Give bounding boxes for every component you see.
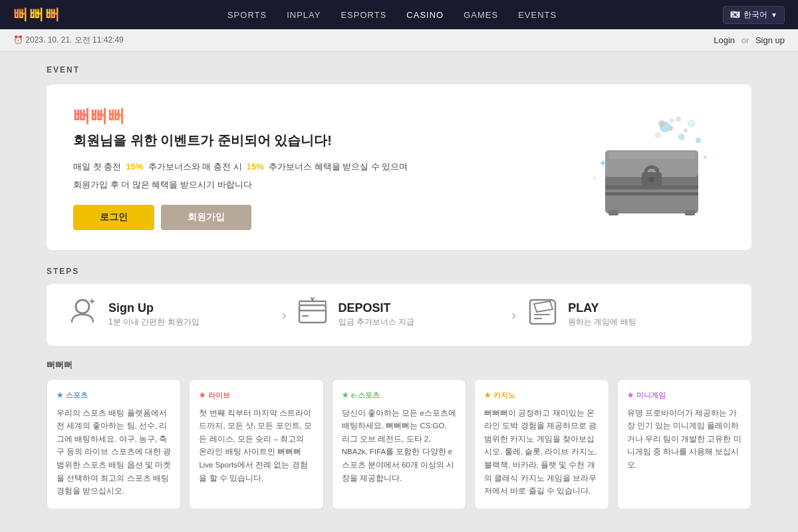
star-casino-icon: ★ [484,391,491,400]
promo-card-esports: ★ e-스포츠 당신이 좋아하는 모든 e스포츠에 배팅하세요. 뻐뻐뻐는 CS… [332,379,466,509]
svg-rect-18 [605,192,698,196]
event-title: 회원님을 위한 이벤트가 준비되어 있습니다! [73,132,579,150]
star-minigame-icon: ★ [627,391,634,400]
event-buttons: 로그인 회원가입 [73,205,579,230]
svg-rect-17 [605,186,698,189]
svg-point-8 [658,120,665,127]
svg-rect-20 [685,210,695,215]
star-live-icon: ★ [199,391,205,400]
step-signup-sub: 1분 이내 간편한 회원가입 [108,317,200,328]
language-button[interactable]: 🇰🇷 한국어 ▼ [723,6,785,24]
play-icon [526,296,558,334]
card-tag-live: ★ 라이브 [199,390,313,400]
event-banner: 뻐뻐뻐 회원님을 위한 이벤트가 준비되어 있습니다! 매일 첫 충전 15% … [47,84,751,250]
svg-rect-19 [608,210,618,215]
treasure-chest-icon: ✦ ✦ ✦ [585,114,718,220]
nav-casino[interactable]: CASINO [406,10,444,20]
step-play: PLAY 원하는 게임에 배팅 [526,296,732,334]
step-deposit-title: DEPOSIT [338,301,415,315]
svg-rect-5 [654,132,661,138]
card-text-sports: 우리의 스포츠 배팅 플랫폼에서 전 세계의 좋아하는 팀, 선수, 리그에 배… [57,407,171,498]
event-section-label: EVENT [47,65,751,74]
step-play-text: PLAY 원하는 게임에 배팅 [568,301,636,328]
svg-text:✦: ✦ [702,153,708,162]
step-signup-text: Sign Up 1분 이내 간편한 회원가입 [108,301,200,328]
header-right: 🇰🇷 한국어 ▼ [723,6,785,24]
svg-rect-7 [683,128,688,133]
card-tag-esports: ★ e-스포츠 [342,390,456,400]
step-deposit-text: DEPOSIT 입금 추가보너스 지급 [338,301,415,328]
card-text-esports: 당신이 좋아하는 모든 e스포츠에 배팅하세요. 뻐뻐뻐는 CS:GO, 리그 … [342,407,456,485]
svg-rect-28 [299,305,326,323]
star-sports-icon: ★ [57,391,63,400]
step-deposit: DEPOSIT 입금 추가보너스 지급 [297,296,502,334]
promo-card-live: ★ 라이브 첫 번째 킥부터 마지막 스트라이드까지, 모든 샷, 모든 포인트… [189,379,323,509]
header-nav: SPORTS INPLAY ESPORTS CASINO GAMES EVENT… [227,10,557,20]
event-content: 뻐뻐뻐 회원님을 위한 이벤트가 준비되어 있습니다! 매일 첫 충전 15% … [73,104,579,230]
step-play-title: PLAY [568,301,636,315]
step-signup: Sign Up 1분 이내 간편한 회원가입 [66,296,272,334]
login-button[interactable]: 로그인 [73,205,154,230]
event-desc-line2: 회원가입 후 더 많은 혜택을 받으시기 바랍니다 [73,177,579,192]
login-link[interactable]: Login [714,35,735,45]
event-logo: 뻐뻐뻐 [73,104,579,128]
header-logo: 뻐뻐뻐 [13,5,61,25]
svg-text:✦: ✦ [598,158,607,169]
promo-card-casino: ★ 카지노 뻐뻐뻐이 긍정하고 재미있는 온라인 도박 경험을 제공하므로 광범… [474,379,608,509]
svg-point-1 [678,134,685,140]
svg-point-4 [670,118,674,122]
promo-card-minigame: ★ 미니게임 유명 프로바이더가 제공하는 가장 인기 있는 미니게임 플레이하… [617,379,751,509]
event-desc-line1: 매일 첫 충전 15% 추가보너스와 매 충전 시 15% 추가보너스 혜택을 … [73,159,579,174]
event-image: ✦ ✦ ✦ [579,114,725,220]
card-tag-minigame: ★ 미니게임 [627,390,741,400]
svg-point-16 [649,177,654,182]
steps-section-label: STEPS [47,267,751,276]
header: 뻐뻐뻐 SPORTS INPLAY ESPORTS CASINO GAMES E… [0,0,798,29]
svg-rect-13 [608,152,695,159]
main-content: EVENT 뻐뻐뻐 회원님을 위한 이벤트가 준비되어 있습니다! 매일 첫 충… [33,52,765,532]
svg-point-2 [688,120,696,128]
signup-icon [66,296,98,334]
nav-esports[interactable]: ESPORTS [340,10,386,20]
card-text-minigame: 유명 프로바이더가 제공하는 가장 인기 있는 미니게임 플레이하거나 우리 팀… [627,407,741,472]
nav-games[interactable]: GAMES [464,10,498,20]
step-arrow-1: › [272,307,297,323]
language-label: 한국어 [743,9,767,21]
auth-area: Login or Sign up [714,35,785,45]
chevron-down-icon: ▼ [771,11,777,19]
svg-point-9 [676,116,681,122]
signup-link[interactable]: Sign up [755,35,785,45]
auth-separator: or [741,35,749,45]
promo-grid: ★ 스포츠 우리의 스포츠 배팅 플랫폼에서 전 세계의 좋아하는 팀, 선수,… [47,379,751,509]
deposit-icon [297,296,329,334]
step-arrow-2: › [501,307,526,323]
promo-card-sports: ★ 스포츠 우리의 스포츠 배팅 플랫폼에서 전 세계의 좋아하는 팀, 선수,… [47,379,181,509]
star-esports-icon: ★ [342,391,348,400]
nav-events[interactable]: EVENTS [518,10,557,20]
step-signup-title: Sign Up [108,301,200,315]
svg-point-3 [696,138,701,143]
datetime: ⏰ 2023. 10. 21. 오전 11:42:49 [13,35,124,46]
card-text-live: 첫 번째 킥부터 마지막 스트라이드까지, 모든 샷, 모든 포인트, 모든 레… [199,407,313,485]
signup-button[interactable]: 회원가입 [161,205,251,230]
card-tag-sports: ★ 스포츠 [57,390,171,400]
steps-container: Sign Up 1분 이내 간편한 회원가입 › DEPOSIT 입금 추가보너… [47,284,751,346]
nav-sports[interactable]: SPORTS [227,10,267,20]
card-text-casino: 뻐뻐뻐이 긍정하고 재미있는 온라인 도박 경험을 제공하므로 광범위한 카지노… [484,407,598,498]
svg-text:✦: ✦ [592,174,597,182]
step-play-sub: 원하는 게임에 배팅 [568,317,636,328]
step-deposit-sub: 입금 추가보너스 지급 [338,317,415,328]
card-tag-casino: ★ 카지노 [484,390,598,400]
topbar: ⏰ 2023. 10. 21. 오전 11:42:49 Login or Sig… [0,29,798,52]
flag-icon: 🇰🇷 [730,10,740,19]
nav-inplay[interactable]: INPLAY [287,10,321,20]
svg-point-25 [76,300,89,313]
promo-section-label: 뻐뻐뻐 [47,359,751,371]
logo-text: 뻐뻐뻐 [13,5,61,25]
